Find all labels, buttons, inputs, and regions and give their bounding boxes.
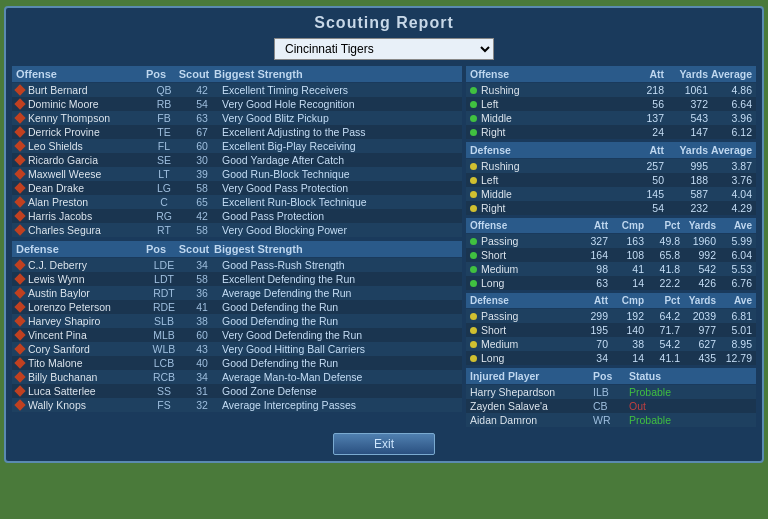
player-strength: Very Good Hitting Ball Carriers <box>222 343 458 355</box>
defense-player-row: C.J. Deberry LDE 34 Good Pass-Rush Stren… <box>12 258 462 272</box>
offense-stats-list: Rushing 218 1061 4.86 Left 56 372 6.64 M… <box>466 83 756 139</box>
stat-ave: 6.81 <box>716 310 752 322</box>
player-strength: Very Good Blitz Pickup <box>222 112 458 124</box>
stat-att: 195 <box>572 324 608 336</box>
defense-player-row: Cory Sanford WLB 43 Very Good Hitting Ba… <box>12 342 462 356</box>
player-pos: QB <box>146 84 182 96</box>
stat-label: Passing <box>481 235 572 247</box>
player-pos: FS <box>146 399 182 411</box>
player-diamond <box>14 140 25 151</box>
player-pos: FB <box>146 112 182 124</box>
stat-pct: 49.8 <box>644 235 680 247</box>
player-scout: 60 <box>182 329 222 341</box>
player-scout: 39 <box>182 168 222 180</box>
stat-yards: 147 <box>664 126 708 138</box>
player-name: Tito Malone <box>28 357 146 369</box>
stat-cmp: 108 <box>608 249 644 261</box>
player-strength: Good Defending the Run <box>222 357 458 369</box>
player-pos: WLB <box>146 343 182 355</box>
player-scout: 58 <box>182 182 222 194</box>
injured-pos: WR <box>593 414 629 426</box>
player-pos: TE <box>146 126 182 138</box>
player-strength: Excellent Run-Block Technique <box>222 196 458 208</box>
player-scout: 30 <box>182 154 222 166</box>
player-diamond <box>14 315 25 326</box>
player-diamond <box>14 371 25 382</box>
player-pos: LT <box>146 168 182 180</box>
stat-yards: 992 <box>680 249 716 261</box>
stat-dot <box>470 355 477 362</box>
stat-label: Rushing <box>481 84 620 96</box>
defense-player-row: Austin Baylor RDT 36 Average Defending t… <box>12 286 462 300</box>
player-scout: 34 <box>182 259 222 271</box>
player-pos: LDE <box>146 259 182 271</box>
stat-dot <box>470 280 477 287</box>
player-scout: 42 <box>182 210 222 222</box>
defense-pass-list: Passing 299 192 64.2 2039 6.81 Short 195… <box>466 309 756 365</box>
stat-dot <box>470 163 477 170</box>
stat-dot <box>470 341 477 348</box>
stat-cmp: 41 <box>608 263 644 275</box>
player-strength: Excellent Adjusting to the Pass <box>222 126 458 138</box>
main-window: Scouting Report Cincinnati Tigers Offens… <box>4 6 764 463</box>
stat-yards: 426 <box>680 277 716 289</box>
player-pos: RCB <box>146 371 182 383</box>
player-name: Lorenzo Peterson <box>28 301 146 313</box>
offense-pass-row: Medium 98 41 41.8 542 5.53 <box>466 262 756 276</box>
exit-button[interactable]: Exit <box>333 433 435 455</box>
player-name: C.J. Deberry <box>28 259 146 271</box>
offense-stat-row: Rushing 218 1061 4.86 <box>466 83 756 97</box>
stat-cmp: 192 <box>608 310 644 322</box>
stat-yards: 372 <box>664 98 708 110</box>
stat-ave: 5.01 <box>716 324 752 336</box>
stat-att: 56 <box>620 98 664 110</box>
stat-dot <box>470 266 477 273</box>
stat-yards: 232 <box>664 202 708 214</box>
player-scout: 36 <box>182 287 222 299</box>
team-select[interactable]: Cincinnati Tigers <box>274 38 494 60</box>
stat-ave: 6.76 <box>716 277 752 289</box>
defense-player-row: Tito Malone LCB 40 Good Defending the Ru… <box>12 356 462 370</box>
player-scout: 43 <box>182 343 222 355</box>
player-strength: Good Defending the Run <box>222 315 458 327</box>
player-scout: 34 <box>182 371 222 383</box>
player-name: Cory Sanford <box>28 343 146 355</box>
stat-dot <box>470 327 477 334</box>
stat-att: 63 <box>572 277 608 289</box>
stat-dot <box>470 191 477 198</box>
offense-player-row: Ricardo Garcia SE 30 Good Yardage After … <box>12 153 462 167</box>
stat-att: 299 <box>572 310 608 322</box>
stat-pct: 65.8 <box>644 249 680 261</box>
stat-label: Left <box>481 98 620 110</box>
player-diamond <box>14 210 25 221</box>
player-name: Austin Baylor <box>28 287 146 299</box>
offense-player-list: Burt Bernard QB 42 Excellent Timing Rece… <box>12 83 462 237</box>
stat-att: 257 <box>620 160 664 172</box>
injured-status: Probable <box>629 414 752 426</box>
player-scout: 63 <box>182 112 222 124</box>
player-strength: Excellent Big-Play Receiving <box>222 140 458 152</box>
offense-stat-row: Middle 137 543 3.96 <box>466 111 756 125</box>
defense-passing-section: Defense Att Cmp Pct Yards Ave Passing 29… <box>466 293 756 365</box>
stat-yards: 542 <box>680 263 716 275</box>
player-strength: Very Good Pass Protection <box>222 182 458 194</box>
defense-pass-row: Medium 70 38 54.2 627 8.95 <box>466 337 756 351</box>
stat-att: 218 <box>620 84 664 96</box>
stat-yards: 627 <box>680 338 716 350</box>
injured-name: Aidan Damron <box>470 414 593 426</box>
player-diamond <box>14 154 25 165</box>
player-pos: RB <box>146 98 182 110</box>
defense-player-row: Lorenzo Peterson RDE 41 Good Defending t… <box>12 300 462 314</box>
stat-dot <box>470 205 477 212</box>
player-pos: LDT <box>146 273 182 285</box>
player-strength: Good Zone Defense <box>222 385 458 397</box>
player-scout: 31 <box>182 385 222 397</box>
player-pos: LCB <box>146 357 182 369</box>
offense-player-row: Harris Jacobs RG 42 Good Pass Protection <box>12 209 462 223</box>
offense-player-row: Kenny Thompson FB 63 Very Good Blitz Pic… <box>12 111 462 125</box>
left-panel: Offense Pos Scout Biggest Strength Burt … <box>12 66 462 427</box>
stat-ave: 12.79 <box>716 352 752 364</box>
stat-yards: 2039 <box>680 310 716 322</box>
player-strength: Excellent Defending the Run <box>222 273 458 285</box>
player-pos: LG <box>146 182 182 194</box>
